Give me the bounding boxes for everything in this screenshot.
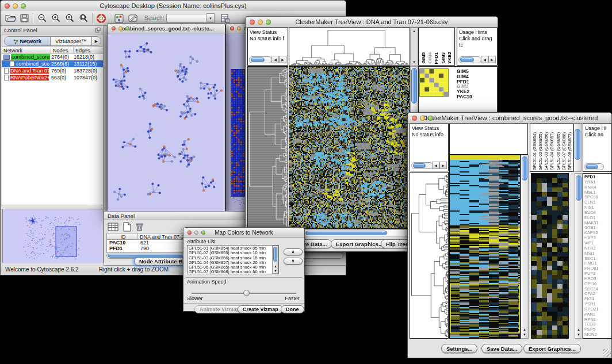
usage-hints-scroll[interactable]	[458, 56, 481, 63]
new-attribute-icon[interactable]	[123, 222, 132, 234]
attribute-listbox[interactable]: GPL51-01 (GSM854) heat shock 05 minGPL51…	[187, 245, 279, 274]
column-label[interactable]: GPL51-01 (GSM854)	[532, 132, 538, 170]
resize-grip[interactable]	[603, 349, 611, 357]
attribute-item[interactable]: GPL51-07 (GSM868) heat shock 60 min	[189, 270, 277, 274]
scroll-thumb[interactable]	[575, 129, 580, 160]
column-label[interactable]: GPL51-07 (GSM868)	[561, 132, 567, 170]
scroll-left-icon[interactable]: ◀	[271, 56, 279, 63]
scroll-right-icon[interactable]: ▶	[439, 162, 447, 169]
tv1-row-dendrogram[interactable]	[247, 66, 288, 229]
usage-hints-scroll[interactable]	[584, 163, 604, 170]
scroll-down-icon[interactable]: ▼	[411, 60, 417, 64]
column-label[interactable]: GIM3	[441, 52, 446, 64]
vizmapper-icon[interactable]	[112, 13, 126, 24]
float-panel-icon[interactable]	[95, 25, 101, 35]
attribute-table-icon[interactable]	[218, 13, 232, 24]
tv2-heatmap[interactable]	[449, 155, 521, 339]
search-input[interactable]	[166, 14, 206, 22]
export-graphics-button[interactable]: Export Graphics...	[331, 239, 388, 248]
settings-button[interactable]: Settings...	[441, 344, 477, 353]
done-button[interactable]: Done	[281, 305, 304, 313]
open-file-icon[interactable]	[3, 13, 17, 24]
save-icon[interactable]	[17, 13, 31, 24]
delete-attribute-icon[interactable]	[135, 222, 144, 234]
network-list-row[interactable]: combined_sco 2569(6) 13112(15)	[2, 60, 103, 67]
tv2-column-dendrogram[interactable]	[449, 124, 528, 155]
column-label[interactable]: GPL51-06 (GSM865)	[556, 132, 561, 170]
scroll-up-icon[interactable]: ▲	[273, 265, 278, 268]
tv2-row-dendrogram[interactable]	[410, 172, 449, 339]
network1-title-bar[interactable]: combined_scores_good.txt--cluste...	[108, 24, 225, 33]
zoom-in-icon[interactable]	[49, 13, 63, 24]
network-list-row[interactable]: DNA and Tran 07 769(0) 183728(0)	[2, 67, 103, 74]
gene-list-item[interactable]: MON2	[584, 332, 611, 338]
scroll-down-icon[interactable]: ▼	[522, 333, 527, 336]
dialog-title-bar[interactable]: Map Colors to Network	[183, 228, 304, 237]
attribute-select-icon[interactable]	[108, 222, 119, 234]
scroll-thumb[interactable]	[411, 68, 417, 104]
col-header-nodes[interactable]: Nodes	[51, 47, 74, 53]
scroll-up-icon[interactable]: ▲	[411, 29, 417, 33]
treeview2-title-bar[interactable]: ClusterMaker TreeView : combined_scores_…	[408, 113, 611, 124]
scroll-thumb[interactable]	[522, 156, 527, 181]
tv1-column-dendrogram[interactable]	[289, 28, 410, 66]
column-label[interactable]: PFD1	[434, 52, 439, 64]
window-controls[interactable]	[250, 20, 271, 25]
create-vizmap-button[interactable]: Create Vizmap	[238, 305, 284, 313]
main-title-bar[interactable]: Cytoscape Desktop (Session Name: collins…	[1, 1, 346, 12]
tab-overflow-button[interactable]: ▶	[92, 37, 101, 45]
scroll-right-icon[interactable]: ▶	[488, 56, 496, 63]
view-status-scroll[interactable]	[411, 162, 433, 169]
zoom-selected-icon[interactable]	[63, 13, 76, 24]
zoom-out-icon[interactable]	[35, 13, 49, 24]
move-down-button[interactable]: ∨	[284, 258, 303, 265]
id-column-header[interactable]: ID	[107, 233, 138, 240]
window-controls[interactable]	[5, 3, 26, 9]
tv1-heatmap[interactable]	[289, 66, 410, 229]
col-header-edges[interactable]: Edges	[74, 47, 103, 53]
tv1-correlation-matrix[interactable]	[419, 68, 449, 97]
attribute-list-vscroll[interactable]: ▲ ▼	[272, 246, 278, 274]
scroll-up-icon[interactable]: ▲	[522, 328, 527, 331]
tv2-label-vscroll[interactable]	[573, 124, 582, 172]
scroll-thumb[interactable]	[576, 175, 582, 201]
scroll-thumb[interactable]	[273, 247, 277, 262]
column-label[interactable]: YKE2	[447, 52, 453, 64]
network1-canvas[interactable]	[108, 33, 225, 212]
column-label[interactable]: PAC10	[453, 49, 455, 64]
save-data-button[interactable]: Save Data...	[481, 344, 522, 353]
column-label[interactable]: GPL51-08 (GSM872)	[567, 132, 573, 170]
treeview1-title-bar[interactable]: ClusterMaker TreeView : DNA and Tran 07-…	[246, 17, 498, 28]
column-label[interactable]: GPL51-04 (GSM857)	[549, 132, 555, 170]
col-header-network[interactable]: Network	[2, 47, 51, 53]
search-dropdown-button[interactable]: ▼	[206, 13, 215, 23]
network-list-row[interactable]: combined_scores 2764(0) 16218(0)	[2, 53, 103, 60]
zoom-fit-icon[interactable]	[76, 13, 90, 24]
help-lifering-icon[interactable]	[94, 13, 108, 24]
column-label[interactable]: GIM5	[421, 52, 427, 64]
tv2-heatmap-vscroll[interactable]: ▲ ▼	[521, 155, 529, 339]
column-label[interactable]: GPL51-02 (GSM855)	[538, 132, 544, 170]
tv2-condensed-heatmap[interactable]	[531, 173, 569, 339]
scroll-down-icon[interactable]: ▼	[273, 269, 278, 273]
scroll-right-icon[interactable]: ▶	[279, 56, 286, 63]
column-label[interactable]: GIM4	[427, 52, 433, 64]
view-status-scroll[interactable]	[249, 56, 272, 63]
scroll-thumb[interactable]	[305, 231, 387, 235]
window-controls[interactable]	[112, 26, 129, 30]
tv2-gene-vscroll[interactable]: ▲ ▼	[575, 173, 583, 339]
network-list-row[interactable]: RNAPuberNov2+ 563(0) 107847(0)	[2, 74, 103, 81]
tab-vizmapper[interactable]: VizMapper™	[51, 37, 92, 45]
scroll-down-icon[interactable]: ▼	[576, 333, 582, 336]
window-controls[interactable]	[188, 231, 205, 235]
tv1-col-scroll-strip[interactable]: ▲ ▼	[410, 28, 418, 66]
slider-thumb[interactable]	[243, 290, 250, 296]
network-overview-minimap[interactable]	[2, 209, 102, 263]
animation-speed-slider[interactable]	[192, 290, 296, 297]
scroll-left-icon[interactable]: ◀	[432, 162, 439, 169]
row-label[interactable]: PAC10	[457, 94, 472, 99]
window-controls[interactable]	[412, 116, 433, 121]
scroll-up-icon[interactable]: ▲	[576, 328, 582, 331]
editor-icon[interactable]	[126, 13, 140, 24]
tab-network[interactable]: Network	[5, 37, 51, 45]
